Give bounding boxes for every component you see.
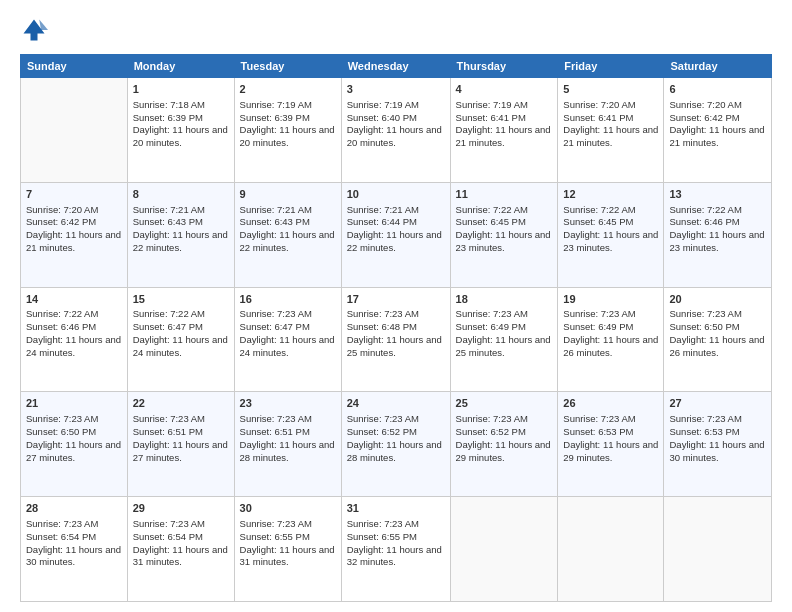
- day-info: Sunrise: 7:22 AM Sunset: 6:45 PM Dayligh…: [563, 204, 658, 255]
- day-number: 28: [26, 501, 122, 516]
- calendar-cell: 12Sunrise: 7:22 AM Sunset: 6:45 PM Dayli…: [558, 182, 664, 287]
- day-info: Sunrise: 7:22 AM Sunset: 6:47 PM Dayligh…: [133, 308, 229, 359]
- calendar-cell: 14Sunrise: 7:22 AM Sunset: 6:46 PM Dayli…: [21, 287, 128, 392]
- day-number: 3: [347, 82, 445, 97]
- day-info: Sunrise: 7:22 AM Sunset: 6:45 PM Dayligh…: [456, 204, 553, 255]
- calendar-header-wednesday: Wednesday: [341, 55, 450, 78]
- calendar-cell: 4Sunrise: 7:19 AM Sunset: 6:41 PM Daylig…: [450, 78, 558, 183]
- day-number: 27: [669, 396, 766, 411]
- day-info: Sunrise: 7:23 AM Sunset: 6:51 PM Dayligh…: [133, 413, 229, 464]
- calendar-cell: 11Sunrise: 7:22 AM Sunset: 6:45 PM Dayli…: [450, 182, 558, 287]
- day-info: Sunrise: 7:23 AM Sunset: 6:50 PM Dayligh…: [26, 413, 122, 464]
- day-info: Sunrise: 7:23 AM Sunset: 6:53 PM Dayligh…: [669, 413, 766, 464]
- day-info: Sunrise: 7:23 AM Sunset: 6:55 PM Dayligh…: [347, 518, 445, 569]
- day-number: 11: [456, 187, 553, 202]
- day-info: Sunrise: 7:19 AM Sunset: 6:39 PM Dayligh…: [240, 99, 336, 150]
- calendar-cell: 8Sunrise: 7:21 AM Sunset: 6:43 PM Daylig…: [127, 182, 234, 287]
- day-info: Sunrise: 7:23 AM Sunset: 6:51 PM Dayligh…: [240, 413, 336, 464]
- day-number: 17: [347, 292, 445, 307]
- day-number: 29: [133, 501, 229, 516]
- day-info: Sunrise: 7:21 AM Sunset: 6:43 PM Dayligh…: [240, 204, 336, 255]
- calendar-cell: [450, 497, 558, 602]
- day-number: 24: [347, 396, 445, 411]
- calendar-cell: 19Sunrise: 7:23 AM Sunset: 6:49 PM Dayli…: [558, 287, 664, 392]
- day-info: Sunrise: 7:23 AM Sunset: 6:50 PM Dayligh…: [669, 308, 766, 359]
- day-number: 15: [133, 292, 229, 307]
- calendar-cell: 7Sunrise: 7:20 AM Sunset: 6:42 PM Daylig…: [21, 182, 128, 287]
- calendar-week-row: 7Sunrise: 7:20 AM Sunset: 6:42 PM Daylig…: [21, 182, 772, 287]
- calendar-week-row: 1Sunrise: 7:18 AM Sunset: 6:39 PM Daylig…: [21, 78, 772, 183]
- day-number: 21: [26, 396, 122, 411]
- calendar-cell: 30Sunrise: 7:23 AM Sunset: 6:55 PM Dayli…: [234, 497, 341, 602]
- day-number: 10: [347, 187, 445, 202]
- day-number: 26: [563, 396, 658, 411]
- day-number: 12: [563, 187, 658, 202]
- calendar-cell: 6Sunrise: 7:20 AM Sunset: 6:42 PM Daylig…: [664, 78, 772, 183]
- day-number: 5: [563, 82, 658, 97]
- day-info: Sunrise: 7:23 AM Sunset: 6:52 PM Dayligh…: [347, 413, 445, 464]
- day-info: Sunrise: 7:23 AM Sunset: 6:52 PM Dayligh…: [456, 413, 553, 464]
- day-info: Sunrise: 7:22 AM Sunset: 6:46 PM Dayligh…: [669, 204, 766, 255]
- day-number: 6: [669, 82, 766, 97]
- day-number: 25: [456, 396, 553, 411]
- day-number: 22: [133, 396, 229, 411]
- day-number: 20: [669, 292, 766, 307]
- calendar-header-row: SundayMondayTuesdayWednesdayThursdayFrid…: [21, 55, 772, 78]
- logo-icon: [20, 16, 48, 44]
- calendar-cell: 27Sunrise: 7:23 AM Sunset: 6:53 PM Dayli…: [664, 392, 772, 497]
- day-info: Sunrise: 7:18 AM Sunset: 6:39 PM Dayligh…: [133, 99, 229, 150]
- calendar-cell: [558, 497, 664, 602]
- day-info: Sunrise: 7:19 AM Sunset: 6:41 PM Dayligh…: [456, 99, 553, 150]
- day-info: Sunrise: 7:20 AM Sunset: 6:42 PM Dayligh…: [26, 204, 122, 255]
- calendar-cell: 3Sunrise: 7:19 AM Sunset: 6:40 PM Daylig…: [341, 78, 450, 183]
- calendar-cell: 17Sunrise: 7:23 AM Sunset: 6:48 PM Dayli…: [341, 287, 450, 392]
- day-number: 18: [456, 292, 553, 307]
- day-info: Sunrise: 7:20 AM Sunset: 6:42 PM Dayligh…: [669, 99, 766, 150]
- calendar-header-saturday: Saturday: [664, 55, 772, 78]
- calendar-header-monday: Monday: [127, 55, 234, 78]
- day-info: Sunrise: 7:22 AM Sunset: 6:46 PM Dayligh…: [26, 308, 122, 359]
- day-info: Sunrise: 7:23 AM Sunset: 6:49 PM Dayligh…: [456, 308, 553, 359]
- calendar-cell: [21, 78, 128, 183]
- calendar-cell: 28Sunrise: 7:23 AM Sunset: 6:54 PM Dayli…: [21, 497, 128, 602]
- calendar-header-friday: Friday: [558, 55, 664, 78]
- day-info: Sunrise: 7:23 AM Sunset: 6:54 PM Dayligh…: [133, 518, 229, 569]
- day-info: Sunrise: 7:19 AM Sunset: 6:40 PM Dayligh…: [347, 99, 445, 150]
- day-number: 7: [26, 187, 122, 202]
- calendar-cell: 24Sunrise: 7:23 AM Sunset: 6:52 PM Dayli…: [341, 392, 450, 497]
- day-number: 19: [563, 292, 658, 307]
- day-info: Sunrise: 7:23 AM Sunset: 6:48 PM Dayligh…: [347, 308, 445, 359]
- day-info: Sunrise: 7:20 AM Sunset: 6:41 PM Dayligh…: [563, 99, 658, 150]
- header: [20, 16, 772, 44]
- day-number: 2: [240, 82, 336, 97]
- day-info: Sunrise: 7:21 AM Sunset: 6:44 PM Dayligh…: [347, 204, 445, 255]
- logo: [20, 16, 52, 44]
- day-info: Sunrise: 7:23 AM Sunset: 6:49 PM Dayligh…: [563, 308, 658, 359]
- calendar-cell: 25Sunrise: 7:23 AM Sunset: 6:52 PM Dayli…: [450, 392, 558, 497]
- calendar-week-row: 28Sunrise: 7:23 AM Sunset: 6:54 PM Dayli…: [21, 497, 772, 602]
- day-info: Sunrise: 7:23 AM Sunset: 6:47 PM Dayligh…: [240, 308, 336, 359]
- calendar-cell: 15Sunrise: 7:22 AM Sunset: 6:47 PM Dayli…: [127, 287, 234, 392]
- day-number: 16: [240, 292, 336, 307]
- day-info: Sunrise: 7:23 AM Sunset: 6:55 PM Dayligh…: [240, 518, 336, 569]
- calendar-cell: 26Sunrise: 7:23 AM Sunset: 6:53 PM Dayli…: [558, 392, 664, 497]
- calendar-cell: 20Sunrise: 7:23 AM Sunset: 6:50 PM Dayli…: [664, 287, 772, 392]
- day-number: 1: [133, 82, 229, 97]
- day-number: 8: [133, 187, 229, 202]
- calendar-cell: 1Sunrise: 7:18 AM Sunset: 6:39 PM Daylig…: [127, 78, 234, 183]
- day-info: Sunrise: 7:23 AM Sunset: 6:54 PM Dayligh…: [26, 518, 122, 569]
- day-info: Sunrise: 7:21 AM Sunset: 6:43 PM Dayligh…: [133, 204, 229, 255]
- day-number: 4: [456, 82, 553, 97]
- calendar-cell: [664, 497, 772, 602]
- calendar-week-row: 21Sunrise: 7:23 AM Sunset: 6:50 PM Dayli…: [21, 392, 772, 497]
- day-number: 23: [240, 396, 336, 411]
- calendar-cell: 5Sunrise: 7:20 AM Sunset: 6:41 PM Daylig…: [558, 78, 664, 183]
- calendar-header-thursday: Thursday: [450, 55, 558, 78]
- page: SundayMondayTuesdayWednesdayThursdayFrid…: [0, 0, 792, 612]
- calendar-cell: 21Sunrise: 7:23 AM Sunset: 6:50 PM Dayli…: [21, 392, 128, 497]
- day-number: 14: [26, 292, 122, 307]
- calendar-cell: 18Sunrise: 7:23 AM Sunset: 6:49 PM Dayli…: [450, 287, 558, 392]
- calendar-cell: 31Sunrise: 7:23 AM Sunset: 6:55 PM Dayli…: [341, 497, 450, 602]
- calendar-cell: 16Sunrise: 7:23 AM Sunset: 6:47 PM Dayli…: [234, 287, 341, 392]
- calendar-cell: 22Sunrise: 7:23 AM Sunset: 6:51 PM Dayli…: [127, 392, 234, 497]
